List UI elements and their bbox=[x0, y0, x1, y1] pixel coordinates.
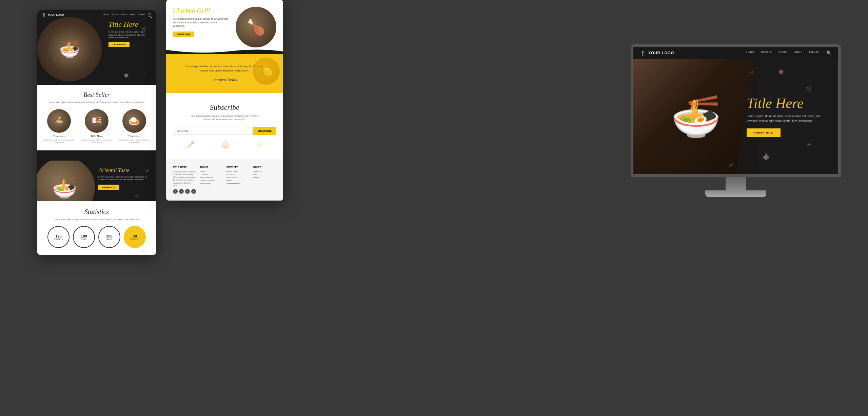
list-item: 🍱 Title Here Lorem ipsum dolor sit amet,… bbox=[80, 109, 114, 144]
lm-order-button[interactable]: ORDER NOW bbox=[108, 42, 130, 47]
pinterest-icon[interactable]: p bbox=[191, 189, 196, 194]
footer-link[interactable]: History bbox=[200, 170, 223, 172]
lm-logo: 🍴 YOUR LOGO bbox=[42, 13, 64, 17]
footer-col1-desc: Lorem ipsum dolor sit amet, consec-te-tu… bbox=[173, 170, 196, 187]
nav-promo[interactable]: Promo bbox=[121, 13, 127, 17]
footer-link[interactable]: Our Team bbox=[200, 173, 223, 175]
mm-subscribe-desc: Lorem ipsum dolor sit amet, consectetur … bbox=[188, 115, 262, 122]
lm-oriental-order-button[interactable]: ORDER NOW bbox=[98, 185, 119, 190]
nav-about[interactable]: About bbox=[130, 13, 136, 17]
rm-nav: 🍴 YOUR LOGO Home Product Promo About Con… bbox=[633, 47, 838, 59]
deco-leaf2: 🌿 bbox=[135, 194, 139, 198]
deco-food2: 🧅 bbox=[221, 140, 230, 149]
mm-hero-section: Chicken Grill Lorem ipsum dolor sit amet… bbox=[166, 0, 283, 54]
right-mockup: 🍴 YOUR LOGO Home Product Promo About Con… bbox=[631, 44, 841, 197]
lm-nav: 🍴 YOUR LOGO Home Product Promo About Con… bbox=[37, 10, 156, 19]
footer-link[interactable]: Contact Us bbox=[253, 170, 276, 172]
rm-nav-product[interactable]: Product bbox=[761, 50, 772, 55]
footer-link[interactable]: Terms & Condition bbox=[200, 180, 223, 182]
stat-country: 30 COUNTRY bbox=[124, 226, 146, 248]
rm-logo: 🍴 YOUR LOGO bbox=[640, 50, 674, 56]
logo-text: YOUR LOGO bbox=[47, 13, 64, 16]
mm-hero-food: 🍗 bbox=[236, 7, 276, 47]
rm-fork-icon: 🍴 bbox=[640, 50, 646, 56]
mm-subscribe-section: Subscribe Lorem ipsum dolor sit amet, co… bbox=[166, 93, 283, 159]
rm-nav-home[interactable]: Home bbox=[746, 50, 754, 55]
lm-bestseller-section: Best Seller Lorem ipsum dolor sit amet, … bbox=[37, 85, 156, 150]
mm-hero-desc: Lorem ipsum dolor sit amet, consec-te-tu… bbox=[173, 17, 229, 28]
mm-order-button[interactable]: ORDER NOW bbox=[173, 32, 194, 37]
stat-menu: 300 MENU bbox=[98, 226, 120, 248]
footer-link[interactable]: Privacy Policy bbox=[200, 183, 223, 185]
mm-testimonial-section: 🍋 Lorem ipsum dolor sit amet, consectetu… bbox=[166, 54, 283, 93]
lm-oriental-section: 🍜 Oriental Taste Lorem ipsum dolor sit a… bbox=[37, 161, 156, 201]
footer-link[interactable]: Brand Guidlines bbox=[200, 176, 223, 179]
lm-bestseller-desc: Lorem ipsum dolor sit amet, consectetur … bbox=[42, 101, 151, 104]
stat-label-country: COUNTRY bbox=[130, 238, 139, 240]
nav-home[interactable]: Home bbox=[103, 13, 109, 17]
deco-leaf: 🌿 bbox=[142, 27, 146, 31]
nav-product[interactable]: Product bbox=[112, 13, 119, 17]
rm-deco-circle2: ⊕ bbox=[807, 142, 811, 147]
mm-yellow-food-deco: 🍋 bbox=[253, 58, 280, 85]
footer-link[interactable]: Promo bbox=[226, 180, 250, 182]
stat-num-outlets: 123 bbox=[55, 234, 61, 238]
footer-link[interactable]: How to Order bbox=[226, 170, 250, 172]
lm-hero-text: Title Here Lorem ipsum dolor sit amet, c… bbox=[108, 20, 153, 47]
rm-nav-contact[interactable]: Contact bbox=[809, 50, 820, 55]
footer-col4: OTHER Contact Us Help Privacy bbox=[253, 166, 276, 194]
brush-divider bbox=[37, 150, 156, 161]
email-input[interactable] bbox=[173, 127, 253, 135]
lm-products-list: 🍲 Title Here Lorem ipsum dolor sit amet,… bbox=[42, 109, 151, 144]
subscribe-button[interactable]: SUBSCRIBE bbox=[253, 127, 276, 135]
rm-order-button[interactable]: ORDER NOW bbox=[747, 128, 781, 137]
rm-nav-about[interactable]: About bbox=[794, 50, 802, 55]
deco-circle1: ⊙ bbox=[133, 44, 136, 47]
product-desc-1: Lorem ipsum dolor sit amet, consectetur … bbox=[42, 139, 76, 144]
rm-hero-title: Title Here bbox=[747, 96, 831, 110]
oriental-food-image: 🍜 bbox=[37, 161, 95, 201]
rm-hero-section: 🍜 Title Here Lorem ipsum dolor sit amet,… bbox=[633, 59, 838, 174]
lm-statistics-section: Statistics Lorem ipsum dolor sit amet, c… bbox=[37, 201, 156, 255]
monitor-screen: 🍴 YOUR LOGO Home Product Promo About Con… bbox=[631, 44, 841, 177]
lm-stats-circles: 123 OUTLETS 100 CHEF 300 MENU 30 COUNTRY bbox=[42, 226, 151, 248]
lm-hero-food-image: 🍜 bbox=[37, 17, 102, 81]
rm-search-icon[interactable]: 🔍 bbox=[826, 50, 831, 55]
stat-num-chef: 100 bbox=[81, 234, 87, 238]
footer-col2: ABOUT History Our Team Brand Guidlines T… bbox=[200, 166, 223, 194]
stat-num-country: 30 bbox=[133, 234, 137, 238]
stat-label-menu: MENU bbox=[106, 238, 112, 240]
product-desc-3: Lorem ipsum dolor sit amet, consectetur … bbox=[117, 139, 151, 144]
monitor-neck bbox=[726, 177, 746, 190]
footer-link[interactable]: Payment Method bbox=[226, 183, 250, 185]
footer-link[interactable]: Our Product bbox=[226, 173, 250, 175]
instagram-icon[interactable]: 📷 bbox=[173, 189, 178, 194]
list-item: 🍛 Title Here Lorem ipsum dolor sit amet,… bbox=[117, 109, 151, 144]
lm-bestseller-title: Best Seller bbox=[42, 91, 151, 99]
footer-other-links: Contact Us Help Privacy bbox=[253, 170, 276, 179]
product-desc-2: Lorem ipsum dolor sit amet, consectetur … bbox=[80, 139, 114, 144]
footer-col1-title: TITLE HERE bbox=[173, 166, 196, 168]
twitter-icon[interactable]: t bbox=[185, 189, 190, 194]
search-icon[interactable] bbox=[148, 13, 151, 17]
rm-nav-promo[interactable]: Promo bbox=[778, 50, 788, 55]
footer-link[interactable]: Privacy bbox=[253, 176, 276, 179]
footer-col3: SERVICES How to Order Our Product Order … bbox=[226, 166, 250, 194]
rm-deco-garlic: 🧄 bbox=[762, 152, 770, 161]
rm-deco-pepper: 🌶 bbox=[729, 163, 733, 167]
facebook-icon[interactable]: f bbox=[179, 189, 184, 194]
stat-label-outlets: OUTLETS bbox=[54, 238, 63, 240]
product-name-1: Title Here bbox=[42, 134, 76, 138]
footer-link[interactable]: Order Status bbox=[226, 176, 250, 179]
nav-contact[interactable]: Contact bbox=[138, 13, 145, 17]
left-mockup: 🍴 YOUR LOGO Home Product Promo About Con… bbox=[37, 10, 156, 255]
lm-oriental-title: Oriental Taste bbox=[98, 167, 151, 173]
footer-col1: TITLE HERE Lorem ipsum dolor sit amet, c… bbox=[173, 166, 196, 194]
lm-statistics-title: Statistics bbox=[42, 208, 151, 216]
lm-oriental-desc: Lorem ipsum dolor sit amet, consectetur … bbox=[98, 175, 151, 181]
rm-nav-links: Home Product Promo About Contact 🔍 bbox=[746, 50, 831, 55]
footer-services-links: How to Order Our Product Order Status Pr… bbox=[226, 170, 250, 185]
footer-link[interactable]: Help bbox=[253, 173, 276, 175]
mm-footer: TITLE HERE Lorem ipsum dolor sit amet, c… bbox=[166, 159, 283, 201]
lm-nav-links: Home Product Promo About Contact bbox=[103, 13, 151, 17]
